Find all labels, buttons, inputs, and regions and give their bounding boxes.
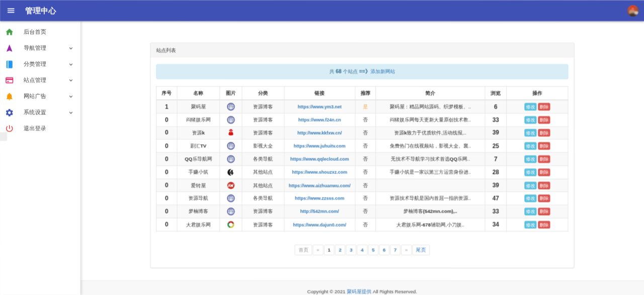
site-order: 0 [156,166,177,179]
favicon-globe-icon [227,142,235,150]
delete-button[interactable]: 删除 [538,129,550,137]
delete-button[interactable]: 删除 [538,208,550,216]
site-order: 0 [156,153,177,166]
sidebar-item-label: 后台首页 [24,29,74,36]
site-link-cell: https://www.shouzxz.com [284,166,355,179]
table-row: 0 大君娱乐网 资源博客 https://www.dajun0.com/ 否 大… [156,218,568,231]
site-link[interactable]: https://www.zzsss.com [295,196,344,202]
delete-button[interactable]: 删除 [538,194,550,202]
pagination-page-5[interactable]: 5 [368,245,378,255]
site-category: 资源博客 [242,113,284,126]
chevron-down-icon [68,45,74,51]
site-description: 闷猪娱乐网每天更新大量原创技术教.. [376,113,485,126]
delete-button[interactable]: 删除 [538,168,550,176]
site-name: 聚码屋 [177,100,220,113]
edit-button[interactable]: 修改 [524,155,536,163]
site-views: 7 [485,153,507,166]
site-link[interactable]: https://www.juhuitv.com [294,143,346,149]
table-header: 序号名称图片分类链接推荐简介浏览操作 [156,86,568,100]
edit-button[interactable]: 修改 [524,221,536,229]
pagination-page-7[interactable]: 7 [390,245,400,255]
site-favicon [220,205,242,218]
power-icon [5,124,14,133]
edit-button[interactable]: 修改 [524,129,536,137]
table-row: 1 聚码屋 资源博客 https://www.ym3.net 是 聚码屋：精品网… [156,100,568,114]
book-icon [5,60,14,69]
edit-button[interactable]: 修改 [524,194,536,202]
site-description: 资源技术导航是国内首屈一指的资源.. [376,192,485,205]
site-views: 39 [485,126,507,139]
add-site-link[interactable]: ==》添加新网站 [359,68,395,74]
site-recommended: 否 [355,166,376,179]
sidebar-item-logout[interactable]: 退出登录 [0,121,80,137]
site-recommended: 否 [355,218,376,231]
site-link-cell: https://www.dajun0.com/ [284,218,355,231]
site-actions: 修改删除 [507,153,568,166]
edit-button[interactable]: 修改 [524,208,536,216]
sidebar-item-nav[interactable]: 导航管理 [0,40,80,56]
site-order: 0 [156,179,177,192]
site-link[interactable]: https://www.shouzxz.com [292,169,347,175]
edit-button[interactable]: 修改 [524,168,536,176]
site-actions: 修改删除 [507,218,568,231]
site-link[interactable]: https://www.qqlecloud.com [290,156,349,162]
table-row: 0 手赚小筑 其他站点 https://www.shouzxz.com 否 手赚… [156,166,568,179]
site-category: 各类导航 [242,153,284,166]
sidebar-item-category[interactable]: 分类管理 [0,56,80,72]
pagination-page-4[interactable]: 4 [357,245,367,255]
delete-button[interactable]: 删除 [538,103,550,111]
site-name: 爱转屋 [177,179,220,192]
site-link-cell: http://www.kkfxw.cn/ [284,126,355,139]
delete-button[interactable]: 删除 [538,181,550,189]
edit-button[interactable]: 修改 [524,103,536,111]
column-header: 简介 [376,86,485,100]
collapsed-handle[interactable] [0,132,7,141]
delete-button[interactable]: 删除 [538,155,550,163]
site-name: 闷猪娱乐网 [177,113,220,126]
edit-button[interactable]: 修改 [524,116,536,124]
site-link[interactable]: https://www.f24n.cn [298,117,341,123]
site-link-cell: https://www.ym3.net [284,100,355,113]
column-header: 名称 [177,86,220,100]
pagination-last-page[interactable]: 尾页 [412,245,430,255]
favicon-globe-icon [227,194,235,203]
sidebar: 后台首页 导航管理 分类管理 站点管理 网站广告 [0,21,80,295]
pagination-page-3[interactable]: 3 [346,245,356,255]
pagination-page-1[interactable]: 1 [324,245,334,255]
pagination-page-2[interactable]: 2 [335,245,345,255]
site-description: 大君娱乐网-678辅助网,小刀娱.. [376,218,485,231]
edit-button[interactable]: 修改 [524,142,536,150]
sidebar-item-settings[interactable]: 系统设置 [0,105,80,121]
site-recommended: 否 [355,113,376,126]
favicon-globe-icon [227,208,235,216]
pagination-page-6[interactable]: 6 [379,245,389,255]
site-link[interactable]: https://www.aizhuanwu.com/ [289,183,351,188]
site-category: 影视大全 [242,139,284,152]
site-order: 0 [156,218,177,231]
delete-button[interactable]: 删除 [538,116,550,124]
site-link[interactable]: https://www.dajun0.com/ [293,222,346,228]
site-views: 34 [485,218,507,231]
site-category: 资源博客 [242,100,284,113]
sidebar-item-home[interactable]: 后台首页 [0,24,80,40]
edit-button[interactable]: 修改 [524,181,536,189]
site-views: 47 [485,192,507,205]
page-root: 管理中心 后台首页 [0,0,644,295]
site-description: 聚码屋：精品网站源码、织梦模板、.. [376,100,485,113]
menu-toggle-icon[interactable] [7,6,16,15]
sidebar-item-site[interactable]: 站点管理 [0,72,80,88]
favicon-globe-icon [227,103,235,111]
delete-button[interactable]: 删除 [538,221,550,229]
sidebar-item-ads[interactable]: 网站广告 [0,88,80,105]
site-link[interactable]: http://542mn.com/ [300,209,339,215]
delete-button[interactable]: 删除 [538,142,550,150]
copyright-before: Copyright © 2021 [307,289,347,294]
table-row: 0 QQ乐导航网 各类导航 https://www.qqlecloud.com … [156,153,568,166]
footer-site-link[interactable]: 聚码屋提供 [347,289,371,294]
site-recommended: 否 [355,205,376,218]
site-link[interactable]: https://www.ym3.net [298,104,342,110]
site-link[interactable]: http://www.kkfxw.cn/ [297,130,342,136]
user-avatar[interactable] [627,5,639,17]
site-category: 资源博客 [242,126,284,139]
site-count: 68 [336,68,342,74]
